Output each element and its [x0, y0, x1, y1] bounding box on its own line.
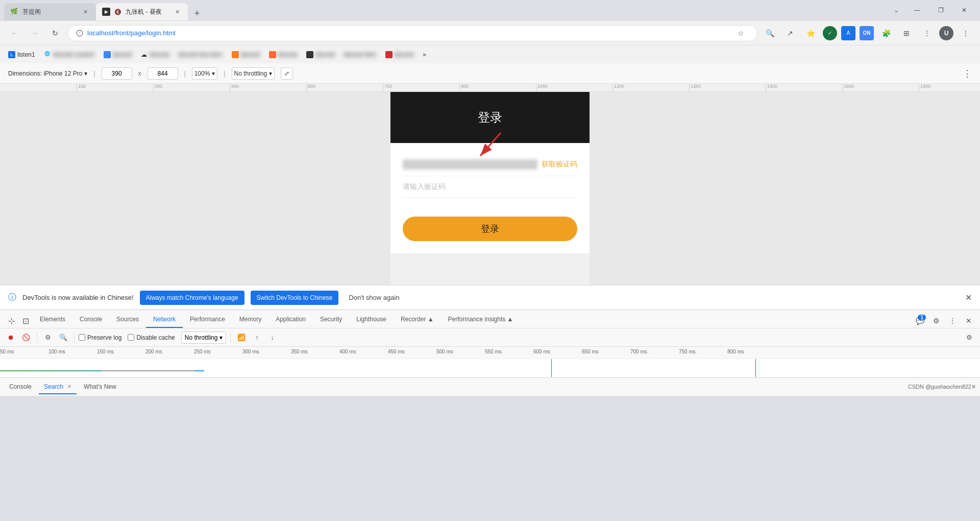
bookmark-listen1[interactable]: L listen1 [4, 48, 39, 61]
devtools-close-button[interactable]: ✕ [962, 314, 976, 328]
bottom-tab-whats-new[interactable]: What's New [79, 380, 121, 394]
translate-icon[interactable]: A [841, 26, 855, 40]
mark-600ms: 600 ms [533, 349, 550, 354]
favorites-icon[interactable]: ⭐ [802, 25, 819, 41]
device-toggle-button[interactable]: ⊡ [18, 314, 33, 328]
dont-show-again-button[interactable]: Don't show again [345, 291, 403, 305]
import-button[interactable]: ↑ [250, 331, 263, 344]
bottom-tab-console[interactable]: Console [4, 380, 37, 394]
share-icon[interactable]: ↗ [782, 25, 798, 41]
title-bar: 🌿 菩提阁 ✕ ▶ 🔇 九张机 - 昼夜 ✕ + ⌄ — ❐ ✕ [0, 0, 980, 20]
search-button[interactable]: 🔍 [57, 331, 70, 344]
element-picker-button[interactable]: ⊹ [4, 314, 18, 328]
bookmark-item-3[interactable]: blurred [100, 48, 136, 61]
disable-cache-input[interactable] [128, 334, 134, 341]
clear-button[interactable]: 🚫 [19, 331, 33, 344]
shield-icon[interactable]: ✓ [823, 26, 837, 40]
tab-network[interactable]: Network [146, 312, 183, 328]
bookmark-item-4[interactable]: ☁ blurred [137, 48, 173, 61]
svg-text:i: i [79, 31, 80, 35]
bookmark-star-icon[interactable]: ☆ [732, 25, 749, 41]
tab1-favicon: 🌿 [10, 8, 18, 16]
tab-sources[interactable]: Sources [109, 312, 146, 328]
get-code-button[interactable]: 获取验证码 [542, 160, 577, 169]
minimize-button[interactable]: — [905, 2, 929, 18]
bookmark-item-5[interactable]: blurred text item [174, 48, 226, 61]
tab-elements[interactable]: Elements [33, 312, 72, 328]
chrome-menu-icon[interactable]: ⋮ [958, 25, 974, 41]
tab-lighthouse[interactable]: Lighthouse [349, 312, 394, 328]
bookmark-more[interactable]: » [419, 48, 430, 61]
tab-performance[interactable]: Performance [183, 312, 232, 328]
devtools-more-button[interactable]: ⋮ [945, 314, 960, 328]
record-button[interactable]: ⏺ [4, 331, 17, 344]
devtools-feedback-button[interactable]: 💬 1 [913, 314, 927, 328]
mark-150ms: 150 ms [97, 349, 114, 354]
url-text: localhost/front/page/login.html [87, 29, 176, 37]
extensions-puzzle-icon[interactable]: 🧩 [878, 25, 894, 41]
timeline-cursor-blue[interactable] [551, 359, 552, 377]
sidebar-toggle-icon[interactable]: ⊞ [898, 25, 915, 41]
profile-icon[interactable]: U [939, 26, 953, 40]
export-button[interactable]: ↓ [265, 331, 279, 344]
bookmark-item-6[interactable]: blurred [228, 48, 264, 61]
address-input-field[interactable]: i localhost/front/page/login.html ☆ [67, 25, 757, 41]
devtools-settings-button[interactable]: ⚙ [929, 314, 943, 328]
notification-close-button[interactable]: ✕ [965, 293, 972, 302]
bookmark-item-10[interactable]: blurred [381, 48, 418, 61]
bookmark-item-8[interactable]: blurred [302, 48, 338, 61]
login-form-area: 获取验证码 请输入验证码 [390, 143, 590, 208]
wifi-icon-button[interactable]: 📶 [235, 331, 248, 344]
preserve-log-checkbox[interactable]: Preserve log [79, 334, 121, 341]
zoom-icon[interactable]: 🔍 [762, 25, 778, 41]
tab-console[interactable]: Console [72, 312, 109, 328]
toolbar-divider-1 [37, 333, 37, 343]
phone-input-blurred[interactable] [403, 159, 537, 170]
tab-bodhishan[interactable]: 🌿 菩提阁 ✕ [4, 3, 96, 20]
timeline-cursor-red[interactable] [755, 359, 756, 377]
rotate-button[interactable]: ⤢ [281, 67, 293, 80]
network-settings-button[interactable]: ⚙ [963, 331, 976, 344]
tab-performance-insights[interactable]: Performance insights ▲ [441, 312, 521, 328]
zoom-dropdown[interactable]: 100% ▾ [192, 67, 218, 80]
viewport-height-input[interactable] [148, 67, 178, 80]
bm4-label: blurred [150, 51, 169, 58]
bottom-tab-search[interactable]: Search ✕ [39, 380, 77, 394]
disable-cache-checkbox[interactable]: Disable cache [128, 334, 175, 341]
dimensions-selector[interactable]: Dimensions: iPhone 12 Pro ▾ [8, 70, 87, 77]
toolbar-divider-3 [230, 333, 231, 343]
viewport-toolbar: Dimensions: iPhone 12 Pro ▾ | x | 100% ▾… [0, 63, 980, 84]
tab-recorder[interactable]: Recorder ▲ [394, 312, 441, 328]
mark-200ms: 200 ms [145, 349, 162, 354]
bm2-favicon: 🌐 [44, 51, 52, 58]
tab-security[interactable]: Security [313, 312, 349, 328]
login-button[interactable]: 登录 [403, 217, 577, 241]
tab-jiuzhanji[interactable]: ▶ 🔇 九张机 - 昼夜 ✕ [96, 3, 188, 20]
throttling-dropdown[interactable]: No throttling ▾ [232, 67, 275, 80]
bookmark-item-2[interactable]: 🌐 blurred content [40, 48, 99, 61]
filter-button[interactable]: ⚙ [41, 331, 55, 344]
viewport-more-button[interactable]: ⋮ [963, 68, 972, 79]
tab-list-chevron[interactable]: ⌄ [889, 3, 903, 17]
preserve-log-input[interactable] [79, 334, 85, 341]
maximize-button[interactable]: ❐ [929, 2, 952, 18]
viewport-width-input[interactable] [102, 67, 132, 80]
tab1-close[interactable]: ✕ [81, 7, 90, 16]
extension-icon[interactable]: ON [860, 26, 874, 40]
bookmark-item-7[interactable]: blurred [265, 48, 301, 61]
close-window-button[interactable]: ✕ [952, 2, 976, 18]
match-language-button[interactable]: Always match Chrome's language [140, 291, 244, 305]
new-tab-button[interactable]: + [190, 6, 204, 20]
bookmark-item-9[interactable]: blurred item [340, 48, 380, 61]
back-button[interactable]: ← [6, 25, 22, 41]
search-tab-close[interactable]: ✕ [67, 384, 71, 389]
tab2-media-icon[interactable]: 🔇 [114, 9, 121, 15]
tab-application[interactable]: Application [268, 312, 313, 328]
tab-memory[interactable]: Memory [232, 312, 268, 328]
reload-button[interactable]: ↻ [47, 25, 63, 41]
more-tools-icon[interactable]: ⋮ [919, 25, 935, 41]
switch-to-chinese-button[interactable]: Switch DevTools to Chinese [251, 291, 339, 305]
tab2-close[interactable]: ✕ [173, 7, 182, 16]
forward-button[interactable]: → [27, 25, 43, 41]
throttling-dropdown-network[interactable]: No throttling ▾ [181, 331, 227, 344]
